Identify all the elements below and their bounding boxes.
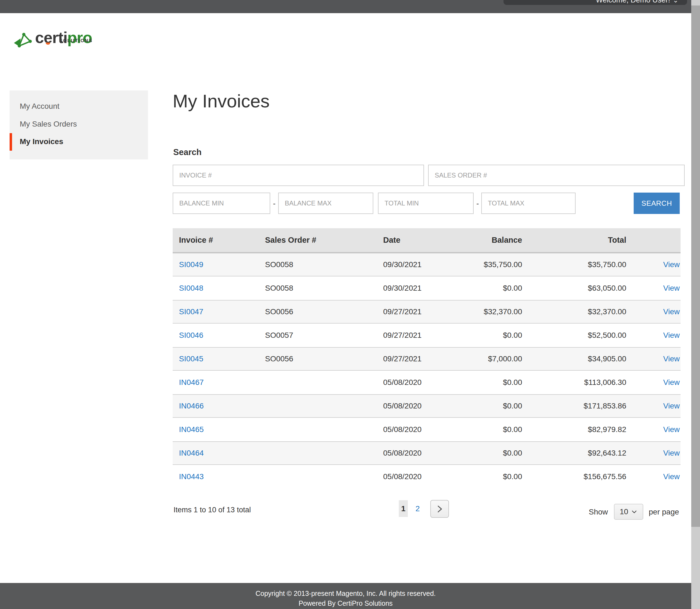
account-nav-sidebar: My Account My Sales Orders My Invoices — [10, 90, 148, 159]
invoice-link[interactable]: SI0048 — [179, 284, 203, 292]
invoice-link[interactable]: SI0049 — [179, 260, 203, 269]
view-link[interactable]: View — [663, 402, 680, 410]
cell-sales-order: SO0058 — [265, 260, 383, 269]
table-row: SI0045 SO0056 09/27/2021 $7,000.00 $34,9… — [173, 347, 681, 371]
cell-balance: $7,000.00 — [452, 354, 522, 363]
table-row: IN0467 05/08/2020 $0.00 $113,006.30 View — [173, 371, 681, 394]
table-header-row: Invoice # Sales Order # Date Balance Tot… — [173, 228, 681, 253]
footer: Copyright © 2013-present Magento, Inc. A… — [0, 583, 700, 609]
view-link[interactable]: View — [663, 425, 680, 434]
logo-icon — [13, 30, 32, 51]
cell-balance: $0.00 — [452, 472, 522, 481]
invoice-link[interactable]: IN0465 — [179, 425, 204, 434]
view-link[interactable]: View — [663, 260, 680, 269]
cell-date: 05/08/2020 — [383, 472, 452, 481]
logo[interactable]: certipro SOLUTIONS — [13, 29, 92, 51]
cell-balance: $0.00 — [452, 449, 522, 457]
next-page-button[interactable] — [430, 500, 449, 518]
view-link[interactable]: View — [663, 284, 680, 292]
search-heading: Search — [173, 147, 202, 157]
sidebar-item-my-account[interactable]: My Account — [20, 102, 59, 111]
active-item-indicator — [10, 133, 12, 151]
page-2-link[interactable]: 2 — [415, 500, 420, 517]
cell-date: 05/08/2020 — [383, 449, 452, 457]
per-page-label: per page — [649, 504, 679, 520]
sidebar-item-my-invoices[interactable]: My Invoices — [20, 137, 63, 146]
cell-balance: $32,370.00 — [452, 307, 522, 316]
scrollbar-thumb[interactable] — [691, 5, 700, 527]
table-row: SI0046 SO0057 09/27/2021 $0.00 $52,500.0… — [173, 324, 681, 347]
cell-total: $171,853.86 — [522, 402, 626, 411]
view-link[interactable]: View — [663, 331, 680, 340]
table-row: SI0049 SO0058 09/30/2021 $35,750.00 $35,… — [173, 253, 681, 276]
cell-total: $52,500.00 — [522, 331, 626, 340]
cell-date: 09/30/2021 — [383, 284, 452, 293]
invoice-link[interactable]: IN0467 — [179, 378, 204, 386]
cell-total: $92,643.12 — [522, 449, 626, 457]
invoice-link[interactable]: SI0047 — [179, 307, 203, 316]
cell-balance: $0.00 — [452, 331, 522, 340]
cell-total: $82,979.82 — [522, 425, 626, 434]
balance-min-input[interactable] — [173, 193, 270, 214]
cell-sales-order: SO0056 — [265, 307, 383, 316]
copyright-text: Copyright © 2013-present Magento, Inc. A… — [0, 590, 691, 597]
table-row: IN0466 05/08/2020 $0.00 $171,853.86 View — [173, 394, 681, 418]
invoice-link[interactable]: SI0046 — [179, 331, 203, 340]
cell-date: 09/30/2021 — [383, 260, 452, 269]
cell-balance: $0.00 — [452, 402, 522, 411]
cell-date: 05/08/2020 — [383, 402, 452, 411]
cell-total: $156,675.56 — [522, 472, 626, 481]
col-header-total: Total — [522, 236, 626, 245]
view-link[interactable]: View — [663, 472, 680, 481]
scrollbar[interactable] — [691, 0, 700, 609]
total-min-input[interactable] — [378, 193, 474, 214]
balance-max-input[interactable] — [278, 193, 373, 214]
balance-range-separator: - — [273, 199, 275, 208]
invoice-link[interactable]: IN0464 — [179, 449, 204, 457]
table-row: SI0048 SO0058 09/30/2021 $0.00 $63,050.0… — [173, 276, 681, 300]
invoice-link[interactable]: IN0466 — [179, 402, 204, 410]
col-header-invoice: Invoice # — [179, 236, 265, 245]
per-page-select[interactable]: 10 — [614, 504, 643, 520]
invoice-link[interactable]: SI0045 — [179, 354, 203, 363]
col-header-sales-order: Sales Order # — [265, 236, 383, 245]
page: Welcome, Demo User!⌄ certipro SOLUTIONS … — [0, 0, 700, 609]
table-row: IN0443 05/08/2020 $0.00 $156,675.56 View — [173, 465, 681, 488]
cell-total: $63,050.00 — [522, 284, 626, 293]
invoice-link[interactable]: IN0443 — [179, 472, 204, 481]
view-link[interactable]: View — [663, 378, 680, 386]
invoice-number-input[interactable] — [173, 164, 424, 186]
per-page-value: 10 — [620, 507, 628, 516]
table-row: IN0464 05/08/2020 $0.00 $92,643.12 View — [173, 441, 681, 465]
items-summary: Items 1 to 10 of 13 total — [173, 506, 251, 514]
col-header-balance: Balance — [452, 236, 522, 245]
table-row: IN0465 05/08/2020 $0.00 $82,979.82 View — [173, 418, 681, 441]
cell-date: 09/27/2021 — [383, 307, 452, 316]
total-max-input[interactable] — [481, 193, 576, 214]
cell-balance: $0.00 — [452, 378, 522, 387]
cell-date: 05/08/2020 — [383, 378, 452, 387]
cell-total: $32,370.00 — [522, 307, 626, 316]
logo-accent-e: e — [44, 29, 52, 46]
cell-total: $113,006.30 — [522, 378, 626, 387]
cell-sales-order: SO0056 — [265, 354, 383, 363]
cell-date: 09/27/2021 — [383, 331, 452, 340]
sales-order-number-input[interactable] — [428, 164, 685, 186]
sidebar-item-my-sales-orders[interactable]: My Sales Orders — [20, 120, 77, 128]
cell-balance: $0.00 — [452, 425, 522, 434]
chevron-right-icon — [435, 505, 444, 514]
view-link[interactable]: View — [663, 307, 680, 316]
logo-wordmark: certipro SOLUTIONS — [35, 29, 92, 46]
cell-balance: $35,750.00 — [452, 260, 522, 269]
cell-total: $34,905.00 — [522, 354, 626, 363]
cell-total: $35,750.00 — [522, 260, 626, 269]
search-button[interactable]: SEARCH — [634, 193, 680, 214]
cell-sales-order: SO0057 — [265, 331, 383, 340]
page-1-current[interactable]: 1 — [399, 500, 408, 517]
view-link[interactable]: View — [663, 354, 680, 363]
table-row: SI0047 SO0056 09/27/2021 $32,370.00 $32,… — [173, 300, 681, 324]
total-range-separator: - — [476, 199, 479, 208]
show-label: Show — [589, 504, 608, 520]
view-link[interactable]: View — [663, 449, 680, 457]
cell-balance: $0.00 — [452, 284, 522, 293]
